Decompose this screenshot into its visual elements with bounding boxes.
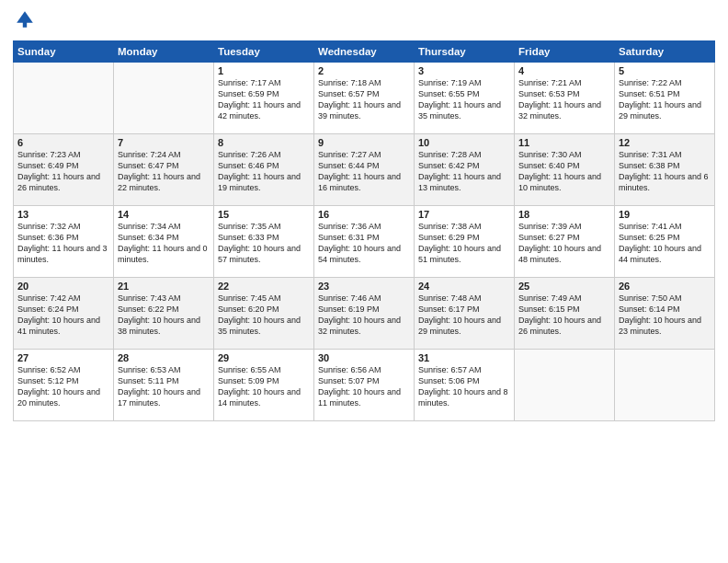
day-number: 31 xyxy=(418,352,510,363)
day-number: 8 xyxy=(218,137,310,148)
day-info: Sunrise: 7:18 AM Sunset: 6:57 PM Dayligh… xyxy=(318,77,410,122)
day-number: 30 xyxy=(318,352,410,363)
day-number: 25 xyxy=(518,281,610,292)
calendar-cell: 1Sunrise: 7:17 AM Sunset: 6:59 PM Daylig… xyxy=(214,63,314,134)
weekday-header: Wednesday xyxy=(314,41,415,63)
day-info: Sunrise: 7:17 AM Sunset: 6:59 PM Dayligh… xyxy=(218,77,310,122)
weekday-header: Tuesday xyxy=(214,41,314,63)
calendar-cell: 12Sunrise: 7:31 AM Sunset: 6:38 PM Dayli… xyxy=(615,134,715,206)
calendar-cell: 29Sunrise: 6:55 AM Sunset: 5:09 PM Dayli… xyxy=(214,350,314,421)
calendar-cell: 27Sunrise: 6:52 AM Sunset: 5:12 PM Dayli… xyxy=(14,350,114,421)
calendar-cell: 14Sunrise: 7:34 AM Sunset: 6:34 PM Dayli… xyxy=(114,206,214,278)
calendar-cell: 10Sunrise: 7:28 AM Sunset: 6:42 PM Dayli… xyxy=(415,134,515,206)
day-info: Sunrise: 7:42 AM Sunset: 6:24 PM Dayligh… xyxy=(17,293,109,338)
calendar-cell: 6Sunrise: 7:23 AM Sunset: 6:49 PM Daylig… xyxy=(14,134,114,206)
day-info: Sunrise: 6:55 AM Sunset: 5:09 PM Dayligh… xyxy=(218,364,310,409)
calendar-cell: 5Sunrise: 7:22 AM Sunset: 6:51 PM Daylig… xyxy=(615,63,715,134)
day-info: Sunrise: 7:45 AM Sunset: 6:20 PM Dayligh… xyxy=(218,293,310,338)
calendar-week-row: 20Sunrise: 7:42 AM Sunset: 6:24 PM Dayli… xyxy=(14,278,715,350)
calendar-cell: 4Sunrise: 7:21 AM Sunset: 6:53 PM Daylig… xyxy=(515,63,615,134)
weekday-header: Friday xyxy=(515,41,615,63)
calendar-week-row: 27Sunrise: 6:52 AM Sunset: 5:12 PM Dayli… xyxy=(14,350,715,421)
calendar-cell: 20Sunrise: 7:42 AM Sunset: 6:24 PM Dayli… xyxy=(14,278,114,350)
calendar-cell: 30Sunrise: 6:56 AM Sunset: 5:07 PM Dayli… xyxy=(314,350,415,421)
day-info: Sunrise: 7:41 AM Sunset: 6:25 PM Dayligh… xyxy=(619,221,711,266)
calendar-cell: 24Sunrise: 7:48 AM Sunset: 6:17 PM Dayli… xyxy=(415,278,515,350)
calendar-cell: 17Sunrise: 7:38 AM Sunset: 6:29 PM Dayli… xyxy=(415,206,515,278)
day-info: Sunrise: 7:32 AM Sunset: 6:36 PM Dayligh… xyxy=(17,221,109,266)
calendar-cell xyxy=(14,63,114,134)
calendar-cell xyxy=(114,63,214,134)
day-info: Sunrise: 7:21 AM Sunset: 6:53 PM Dayligh… xyxy=(518,77,610,122)
calendar-cell: 9Sunrise: 7:27 AM Sunset: 6:44 PM Daylig… xyxy=(314,134,415,206)
day-number: 23 xyxy=(318,281,410,292)
day-number: 18 xyxy=(518,209,610,220)
calendar-header-row: SundayMondayTuesdayWednesdayThursdayFrid… xyxy=(14,41,715,63)
day-info: Sunrise: 7:48 AM Sunset: 6:17 PM Dayligh… xyxy=(418,293,510,338)
calendar-cell: 18Sunrise: 7:39 AM Sunset: 6:27 PM Dayli… xyxy=(515,206,615,278)
calendar-cell: 11Sunrise: 7:30 AM Sunset: 6:40 PM Dayli… xyxy=(515,134,615,206)
calendar-cell: 15Sunrise: 7:35 AM Sunset: 6:33 PM Dayli… xyxy=(214,206,314,278)
calendar-cell: 31Sunrise: 6:57 AM Sunset: 5:06 PM Dayli… xyxy=(415,350,515,421)
calendar-table: SundayMondayTuesdayWednesdayThursdayFrid… xyxy=(13,40,715,421)
day-number: 29 xyxy=(218,352,310,363)
day-info: Sunrise: 7:39 AM Sunset: 6:27 PM Dayligh… xyxy=(518,221,610,266)
day-info: Sunrise: 7:36 AM Sunset: 6:31 PM Dayligh… xyxy=(318,221,410,266)
day-number: 5 xyxy=(619,65,711,76)
day-number: 1 xyxy=(218,65,310,76)
day-info: Sunrise: 7:30 AM Sunset: 6:40 PM Dayligh… xyxy=(518,149,610,194)
day-info: Sunrise: 6:52 AM Sunset: 5:12 PM Dayligh… xyxy=(17,364,109,409)
calendar-cell: 7Sunrise: 7:24 AM Sunset: 6:47 PM Daylig… xyxy=(114,134,214,206)
day-number: 11 xyxy=(518,137,610,148)
day-number: 20 xyxy=(17,281,109,292)
day-info: Sunrise: 7:50 AM Sunset: 6:14 PM Dayligh… xyxy=(619,293,711,338)
calendar-cell: 21Sunrise: 7:43 AM Sunset: 6:22 PM Dayli… xyxy=(114,278,214,350)
day-info: Sunrise: 7:24 AM Sunset: 6:47 PM Dayligh… xyxy=(118,149,210,194)
calendar-cell xyxy=(615,350,715,421)
calendar-cell: 22Sunrise: 7:45 AM Sunset: 6:20 PM Dayli… xyxy=(214,278,314,350)
calendar-week-row: 1Sunrise: 7:17 AM Sunset: 6:59 PM Daylig… xyxy=(14,63,715,134)
day-info: Sunrise: 7:35 AM Sunset: 6:33 PM Dayligh… xyxy=(218,221,310,266)
calendar-cell: 19Sunrise: 7:41 AM Sunset: 6:25 PM Dayli… xyxy=(615,206,715,278)
day-number: 7 xyxy=(118,137,210,148)
day-number: 14 xyxy=(118,209,210,220)
day-info: Sunrise: 7:26 AM Sunset: 6:46 PM Dayligh… xyxy=(218,149,310,194)
day-info: Sunrise: 7:46 AM Sunset: 6:19 PM Dayligh… xyxy=(318,293,410,338)
day-number: 10 xyxy=(418,137,510,148)
day-number: 4 xyxy=(518,65,610,76)
svg-rect-1 xyxy=(23,21,27,28)
day-info: Sunrise: 7:22 AM Sunset: 6:51 PM Dayligh… xyxy=(619,77,711,122)
calendar-week-row: 13Sunrise: 7:32 AM Sunset: 6:36 PM Dayli… xyxy=(14,206,715,278)
day-info: Sunrise: 6:57 AM Sunset: 5:06 PM Dayligh… xyxy=(418,364,510,409)
calendar-cell: 26Sunrise: 7:50 AM Sunset: 6:14 PM Dayli… xyxy=(615,278,715,350)
logo xyxy=(13,9,37,33)
calendar-cell: 2Sunrise: 7:18 AM Sunset: 6:57 PM Daylig… xyxy=(314,63,415,134)
day-number: 27 xyxy=(17,352,109,363)
calendar-cell: 23Sunrise: 7:46 AM Sunset: 6:19 PM Dayli… xyxy=(314,278,415,350)
day-number: 26 xyxy=(619,281,711,292)
day-number: 19 xyxy=(619,209,711,220)
day-number: 22 xyxy=(218,281,310,292)
day-number: 3 xyxy=(418,65,510,76)
calendar-cell: 28Sunrise: 6:53 AM Sunset: 5:11 PM Dayli… xyxy=(114,350,214,421)
day-number: 24 xyxy=(418,281,510,292)
day-info: Sunrise: 7:38 AM Sunset: 6:29 PM Dayligh… xyxy=(418,221,510,266)
day-number: 17 xyxy=(418,209,510,220)
logo-icon xyxy=(15,9,35,29)
day-number: 13 xyxy=(17,209,109,220)
calendar-cell: 8Sunrise: 7:26 AM Sunset: 6:46 PM Daylig… xyxy=(214,134,314,206)
calendar-week-row: 6Sunrise: 7:23 AM Sunset: 6:49 PM Daylig… xyxy=(14,134,715,206)
day-number: 2 xyxy=(318,65,410,76)
calendar-cell: 25Sunrise: 7:49 AM Sunset: 6:15 PM Dayli… xyxy=(515,278,615,350)
day-number: 28 xyxy=(118,352,210,363)
calendar-cell xyxy=(515,350,615,421)
day-info: Sunrise: 7:49 AM Sunset: 6:15 PM Dayligh… xyxy=(518,293,610,338)
day-info: Sunrise: 6:53 AM Sunset: 5:11 PM Dayligh… xyxy=(118,364,210,409)
page-header xyxy=(13,9,715,33)
day-info: Sunrise: 7:19 AM Sunset: 6:55 PM Dayligh… xyxy=(418,77,510,122)
calendar-cell: 16Sunrise: 7:36 AM Sunset: 6:31 PM Dayli… xyxy=(314,206,415,278)
day-info: Sunrise: 7:23 AM Sunset: 6:49 PM Dayligh… xyxy=(17,149,109,194)
day-number: 15 xyxy=(218,209,310,220)
weekday-header: Sunday xyxy=(14,41,114,63)
day-info: Sunrise: 7:34 AM Sunset: 6:34 PM Dayligh… xyxy=(118,221,210,266)
